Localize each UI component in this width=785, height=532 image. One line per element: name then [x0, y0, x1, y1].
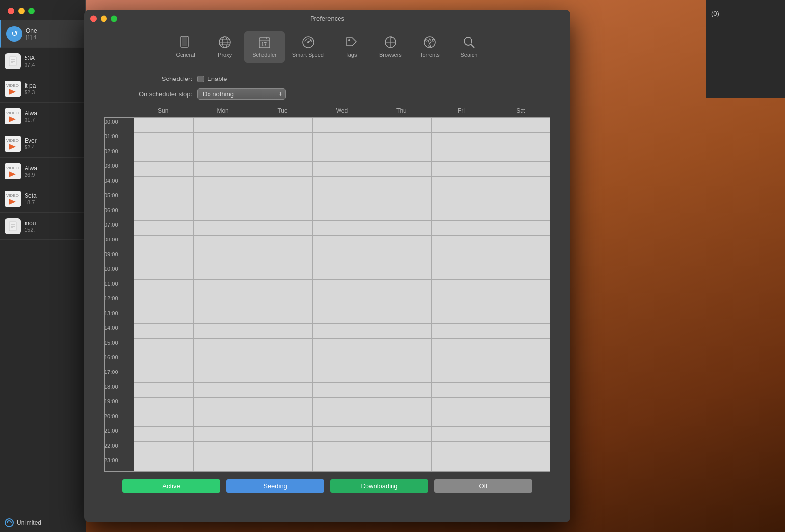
grid-cell-2-2[interactable]: [253, 147, 312, 162]
traffic-light-yellow[interactable]: [18, 8, 25, 14]
grid-cell-3-6[interactable]: [491, 162, 550, 177]
grid-cell-11-3[interactable]: [312, 280, 371, 294]
grid-cell-21-6[interactable]: [491, 427, 550, 442]
grid-cell-16-5[interactable]: [431, 353, 491, 368]
grid-cell-14-5[interactable]: [431, 324, 491, 339]
grid-cell-19-0[interactable]: [134, 398, 193, 412]
grid-cell-16-6[interactable]: [491, 353, 550, 368]
grid-cell-12-2[interactable]: [253, 294, 312, 309]
grid-cell-1-5[interactable]: [431, 133, 491, 147]
toolbar-item-general[interactable]: General: [166, 31, 205, 63]
grid-cell-8-5[interactable]: [431, 236, 491, 250]
grid-cell-17-4[interactable]: [372, 368, 431, 383]
toolbar-item-browsers[interactable]: Browsers: [371, 31, 410, 63]
grid-cell-4-3[interactable]: [312, 177, 371, 191]
grid-cell-0-0[interactable]: [134, 118, 193, 133]
grid-cell-13-1[interactable]: [193, 309, 253, 324]
grid-cell-8-1[interactable]: [193, 236, 253, 250]
legend-downloading[interactable]: Downloading: [330, 479, 428, 493]
grid-cell-2-4[interactable]: [372, 147, 431, 162]
grid-cell-19-3[interactable]: [312, 398, 371, 412]
grid-cell-22-4[interactable]: [372, 442, 431, 456]
grid-cell-6-4[interactable]: [372, 206, 431, 221]
grid-cell-4-2[interactable]: [253, 177, 312, 191]
grid-cell-7-1[interactable]: [193, 221, 253, 236]
grid-cell-7-5[interactable]: [431, 221, 491, 236]
grid-cell-3-2[interactable]: [253, 162, 312, 177]
grid-cell-17-2[interactable]: [253, 368, 312, 383]
grid-cell-16-0[interactable]: [134, 353, 193, 368]
grid-cell-3-3[interactable]: [312, 162, 371, 177]
grid-cell-3-5[interactable]: [431, 162, 491, 177]
grid-cell-10-4[interactable]: [372, 265, 431, 280]
sidebar-item-7[interactable]: mou 152.: [0, 213, 85, 240]
grid-cell-7-0[interactable]: [134, 221, 193, 236]
grid-cell-10-6[interactable]: [491, 265, 550, 280]
toolbar-item-torrents[interactable]: Torrents: [410, 31, 449, 63]
grid-cell-2-0[interactable]: [134, 147, 193, 162]
grid-cell-8-6[interactable]: [491, 236, 550, 250]
grid-cell-5-2[interactable]: [253, 191, 312, 206]
grid-cell-16-1[interactable]: [193, 353, 253, 368]
grid-cell-6-3[interactable]: [312, 206, 371, 221]
enable-checkbox[interactable]: [197, 76, 204, 82]
grid-cell-13-5[interactable]: [431, 309, 491, 324]
grid-cell-9-5[interactable]: [431, 250, 491, 265]
toolbar-item-search[interactable]: Search: [449, 31, 489, 63]
grid-cell-1-4[interactable]: [372, 133, 431, 147]
grid-cell-18-3[interactable]: [312, 383, 371, 398]
grid-cell-20-0[interactable]: [134, 412, 193, 427]
grid-cell-20-1[interactable]: [193, 412, 253, 427]
grid-cell-10-1[interactable]: [193, 265, 253, 280]
grid-cell-4-5[interactable]: [431, 177, 491, 191]
toolbar-item-smart-speed[interactable]: Smart Speed: [285, 31, 332, 63]
grid-cell-4-6[interactable]: [491, 177, 550, 191]
grid-cell-0-5[interactable]: [431, 118, 491, 133]
grid-cell-12-6[interactable]: [491, 294, 550, 309]
grid-cell-10-0[interactable]: [134, 265, 193, 280]
grid-cell-2-5[interactable]: [431, 147, 491, 162]
grid-cell-20-2[interactable]: [253, 412, 312, 427]
sidebar-item-0[interactable]: ↺ One [1] 4: [0, 20, 85, 48]
grid-cell-19-1[interactable]: [193, 398, 253, 412]
grid-cell-21-2[interactable]: [253, 427, 312, 442]
grid-cell-6-1[interactable]: [193, 206, 253, 221]
grid-cell-19-6[interactable]: [491, 398, 550, 412]
grid-cell-13-0[interactable]: [134, 309, 193, 324]
grid-cell-14-0[interactable]: [134, 324, 193, 339]
grid-cell-12-4[interactable]: [372, 294, 431, 309]
grid-cell-10-5[interactable]: [431, 265, 491, 280]
grid-cell-22-2[interactable]: [253, 442, 312, 456]
window-maximize-button[interactable]: [111, 15, 117, 22]
grid-cell-22-6[interactable]: [491, 442, 550, 456]
grid-cell-21-4[interactable]: [372, 427, 431, 442]
grid-cell-1-1[interactable]: [193, 133, 253, 147]
grid-cell-6-6[interactable]: [491, 206, 550, 221]
grid-cell-11-1[interactable]: [193, 280, 253, 294]
grid-cell-9-0[interactable]: [134, 250, 193, 265]
grid-cell-11-4[interactable]: [372, 280, 431, 294]
grid-cell-22-5[interactable]: [431, 442, 491, 456]
grid-cell-0-3[interactable]: [312, 118, 371, 133]
grid-cell-21-1[interactable]: [193, 427, 253, 442]
grid-cell-9-3[interactable]: [312, 250, 371, 265]
window-minimize-button[interactable]: [101, 15, 107, 22]
grid-cell-13-6[interactable]: [491, 309, 550, 324]
grid-cell-12-5[interactable]: [431, 294, 491, 309]
grid-cell-15-5[interactable]: [431, 339, 491, 353]
grid-cell-17-0[interactable]: [134, 368, 193, 383]
grid-cell-12-1[interactable]: [193, 294, 253, 309]
sidebar-item-5[interactable]: VIDEO Alwa 26.9: [0, 158, 85, 185]
grid-cell-10-3[interactable]: [312, 265, 371, 280]
grid-cell-7-4[interactable]: [372, 221, 431, 236]
grid-cell-17-6[interactable]: [491, 368, 550, 383]
grid-cell-9-4[interactable]: [372, 250, 431, 265]
grid-cell-0-4[interactable]: [372, 118, 431, 133]
grid-cell-15-6[interactable]: [491, 339, 550, 353]
grid-cell-2-3[interactable]: [312, 147, 371, 162]
grid-cell-15-0[interactable]: [134, 339, 193, 353]
grid-cell-19-5[interactable]: [431, 398, 491, 412]
grid-cell-5-5[interactable]: [431, 191, 491, 206]
grid-cell-0-6[interactable]: [491, 118, 550, 133]
grid-cell-14-6[interactable]: [491, 324, 550, 339]
